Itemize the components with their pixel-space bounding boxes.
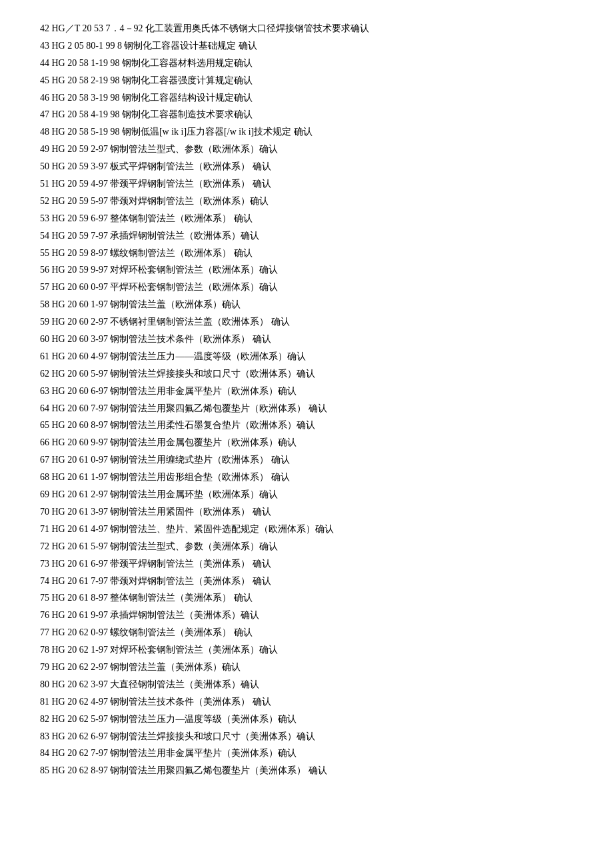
list-item: 59 HG 20 60 2-97 不锈钢衬里钢制管法兰盖（欧洲体系） 确认 bbox=[40, 313, 573, 331]
list-item: 43 HG 2 05 80-1 99 8 钢制化工容器设计基础规定 确认 bbox=[40, 37, 573, 55]
list-item: 44 HG 20 58 1-19 98 钢制化工容器材料选用规定确认 bbox=[40, 55, 573, 72]
list-item: 69 HG 20 61 2-97 钢制管法兰用金属环垫（欧洲体系）确认 bbox=[40, 486, 573, 503]
list-item: 77 HG 20 62 0-97 螺纹钢制管法兰（美洲体系） 确认 bbox=[40, 624, 573, 641]
list-item: 42 HG／T 20 53 7．4－92 化工装置用奥氏体不锈钢大口径焊接钢管技… bbox=[40, 20, 573, 37]
list-item: 85 HG 20 62 8-97 钢制管法兰用聚四氟乙烯包覆垫片（美洲体系） 确… bbox=[40, 762, 573, 779]
list-item: 48 HG 20 58 5-19 98 钢制低温[w ik i]压力容器[/w … bbox=[40, 123, 573, 141]
list-item: 82 HG 20 62 5-97 钢制管法兰压力—温度等级（美洲体系）确认 bbox=[40, 711, 573, 728]
list-item: 70 HG 20 61 3-97 钢制管法兰用紧固件（欧洲体系） 确认 bbox=[40, 503, 573, 521]
list-item: 57 HG 20 60 0-97 平焊环松套钢制管法兰（欧洲体系）确认 bbox=[40, 279, 573, 296]
list-item: 79 HG 20 62 2-97 钢制管法兰盖（美洲体系）确认 bbox=[40, 659, 573, 676]
list-item: 68 HG 20 61 1-97 钢制管法兰用齿形组合垫（欧洲体系） 确认 bbox=[40, 469, 573, 486]
list-item: 63 HG 20 60 6-97 钢制管法兰用非金属平垫片（欧洲体系）确认 bbox=[40, 383, 573, 400]
list-item: 52 HG 20 59 5-97 带颈对焊钢制管法兰（欧洲体系）确认 bbox=[40, 193, 573, 210]
list-item: 80 HG 20 62 3-97 大直径钢制管法兰（美洲体系）确认 bbox=[40, 676, 573, 693]
list-item: 47 HG 20 58 4-19 98 钢制化工容器制造技术要求确认 bbox=[40, 106, 573, 123]
list-item: 76 HG 20 61 9-97 承插焊钢制管法兰（美洲体系）确认 bbox=[40, 607, 573, 624]
list-item: 64 HG 20 60 7-97 钢制管法兰用聚四氟乙烯包覆垫片（欧洲体系） 确… bbox=[40, 400, 573, 417]
list-item: 54 HG 20 59 7-97 承插焊钢制管法兰（欧洲体系）确认 bbox=[40, 227, 573, 245]
list-item: 72 HG 20 61 5-97 钢制管法兰型式、参数（美洲体系）确认 bbox=[40, 538, 573, 555]
list-item: 67 HG 20 61 0-97 钢制管法兰用缠绕式垫片（欧洲体系） 确认 bbox=[40, 451, 573, 469]
list-item: 73 HG 20 61 6-97 带颈平焊钢制管法兰（美洲体系） 确认 bbox=[40, 555, 573, 573]
list-item: 50 HG 20 59 3-97 板式平焊钢制管法兰（欧洲体系） 确认 bbox=[40, 158, 573, 175]
list-item: 81 HG 20 62 4-97 钢制管法兰技术条件（美洲体系） 确认 bbox=[40, 693, 573, 711]
list-item: 51 HG 20 59 4-97 带颈平焊钢制管法兰（欧洲体系） 确认 bbox=[40, 175, 573, 193]
list-item: 83 HG 20 62 6-97 钢制管法兰焊接接头和坡口尺寸（美洲体系）确认 bbox=[40, 728, 573, 745]
list-item: 65 HG 20 60 8-97 钢制管法兰用柔性石墨复合垫片（欧洲体系）确认 bbox=[40, 417, 573, 434]
list-item: 75 HG 20 61 8-97 整体钢制管法兰（美洲体系） 确认 bbox=[40, 589, 573, 607]
list-item: 53 HG 20 59 6-97 整体钢制管法兰（欧洲体系） 确认 bbox=[40, 210, 573, 227]
list-item: 71 HG 20 61 4-97 钢制管法兰、垫片、紧固件选配规定（欧洲体系）确… bbox=[40, 521, 573, 538]
list-item: 58 HG 20 60 1-97 钢制管法兰盖（欧洲体系）确认 bbox=[40, 296, 573, 313]
list-item: 49 HG 20 59 2-97 钢制管法兰型式、参数（欧洲体系）确认 bbox=[40, 141, 573, 158]
list-item: 56 HG 20 59 9-97 对焊环松套钢制管法兰（欧洲体系）确认 bbox=[40, 261, 573, 279]
list-item: 46 HG 20 58 3-19 98 钢制化工容器结构设计规定确认 bbox=[40, 89, 573, 107]
list-item: 55 HG 20 59 8-97 螺纹钢制管法兰（欧洲体系） 确认 bbox=[40, 245, 573, 262]
list-item: 62 HG 20 60 5-97 钢制管法兰焊接接头和坡口尺寸（欧洲体系）确认 bbox=[40, 365, 573, 383]
list-item: 74 HG 20 61 7-97 带颈对焊钢制管法兰（美洲体系） 确认 bbox=[40, 573, 573, 590]
document-list: 42 HG／T 20 53 7．4－92 化工装置用奥氏体不锈钢大口径焊接钢管技… bbox=[40, 20, 573, 779]
list-item: 61 HG 20 60 4-97 钢制管法兰压力——温度等级（欧洲体系）确认 bbox=[40, 348, 573, 365]
list-item: 66 HG 20 60 9-97 钢制管法兰用金属包覆垫片（欧洲体系）确认 bbox=[40, 434, 573, 451]
list-item: 84 HG 20 62 7-97 钢制管法兰用非金属平垫片（美洲体系）确认 bbox=[40, 745, 573, 762]
list-item: 60 HG 20 60 3-97 钢制管法兰技术条件（欧洲体系） 确认 bbox=[40, 331, 573, 348]
list-item: 45 HG 20 58 2-19 98 钢制化工容器强度计算规定确认 bbox=[40, 72, 573, 89]
list-item: 78 HG 20 62 1-97 对焊环松套钢制管法兰（美洲体系）确认 bbox=[40, 641, 573, 659]
